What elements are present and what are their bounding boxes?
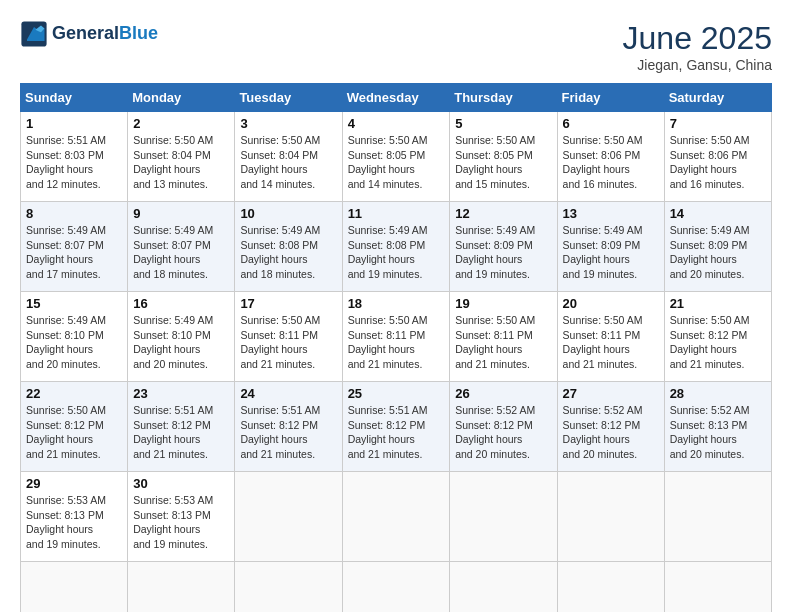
day-info: Sunrise: 5:50 AM Sunset: 8:11 PM Dayligh…	[455, 313, 551, 372]
calendar-day-cell: 14 Sunrise: 5:49 AM Sunset: 8:09 PM Dayl…	[664, 202, 771, 292]
empty-day-cell	[21, 562, 128, 613]
day-number: 7	[670, 116, 766, 131]
calendar-week-row: 8 Sunrise: 5:49 AM Sunset: 8:07 PM Dayli…	[21, 202, 772, 292]
day-info: Sunrise: 5:50 AM Sunset: 8:04 PM Dayligh…	[240, 133, 336, 192]
logo-text: GeneralBlue	[52, 24, 158, 44]
empty-day-cell	[557, 472, 664, 562]
calendar-day-cell: 27 Sunrise: 5:52 AM Sunset: 8:12 PM Dayl…	[557, 382, 664, 472]
empty-day-cell	[664, 562, 771, 613]
day-info: Sunrise: 5:50 AM Sunset: 8:11 PM Dayligh…	[348, 313, 445, 372]
day-info: Sunrise: 5:52 AM Sunset: 8:12 PM Dayligh…	[455, 403, 551, 462]
day-info: Sunrise: 5:50 AM Sunset: 8:05 PM Dayligh…	[455, 133, 551, 192]
calendar-day-cell: 13 Sunrise: 5:49 AM Sunset: 8:09 PM Dayl…	[557, 202, 664, 292]
day-info: Sunrise: 5:50 AM Sunset: 8:06 PM Dayligh…	[563, 133, 659, 192]
weekday-header-thursday: Thursday	[450, 84, 557, 112]
day-number: 9	[133, 206, 229, 221]
empty-day-cell	[128, 562, 235, 613]
weekday-header-saturday: Saturday	[664, 84, 771, 112]
empty-day-cell	[342, 472, 450, 562]
day-number: 24	[240, 386, 336, 401]
weekday-header-tuesday: Tuesday	[235, 84, 342, 112]
day-info: Sunrise: 5:49 AM Sunset: 8:09 PM Dayligh…	[563, 223, 659, 282]
day-info: Sunrise: 5:49 AM Sunset: 8:09 PM Dayligh…	[670, 223, 766, 282]
day-number: 29	[26, 476, 122, 491]
calendar-day-cell: 10 Sunrise: 5:49 AM Sunset: 8:08 PM Dayl…	[235, 202, 342, 292]
day-info: Sunrise: 5:51 AM Sunset: 8:12 PM Dayligh…	[348, 403, 445, 462]
calendar-day-cell: 18 Sunrise: 5:50 AM Sunset: 8:11 PM Dayl…	[342, 292, 450, 382]
day-number: 27	[563, 386, 659, 401]
calendar-day-cell: 7 Sunrise: 5:50 AM Sunset: 8:06 PM Dayli…	[664, 112, 771, 202]
calendar-week-row: 22 Sunrise: 5:50 AM Sunset: 8:12 PM Dayl…	[21, 382, 772, 472]
day-info: Sunrise: 5:49 AM Sunset: 8:08 PM Dayligh…	[240, 223, 336, 282]
day-info: Sunrise: 5:50 AM Sunset: 8:12 PM Dayligh…	[26, 403, 122, 462]
day-info: Sunrise: 5:50 AM Sunset: 8:12 PM Dayligh…	[670, 313, 766, 372]
day-number: 8	[26, 206, 122, 221]
calendar-day-cell: 25 Sunrise: 5:51 AM Sunset: 8:12 PM Dayl…	[342, 382, 450, 472]
day-number: 6	[563, 116, 659, 131]
day-number: 20	[563, 296, 659, 311]
calendar-day-cell: 1 Sunrise: 5:51 AM Sunset: 8:03 PM Dayli…	[21, 112, 128, 202]
day-info: Sunrise: 5:52 AM Sunset: 8:12 PM Dayligh…	[563, 403, 659, 462]
weekday-header-sunday: Sunday	[21, 84, 128, 112]
weekday-header-row: SundayMondayTuesdayWednesdayThursdayFrid…	[21, 84, 772, 112]
calendar-day-cell: 19 Sunrise: 5:50 AM Sunset: 8:11 PM Dayl…	[450, 292, 557, 382]
logo-icon	[20, 20, 48, 48]
calendar-week-row: 29 Sunrise: 5:53 AM Sunset: 8:13 PM Dayl…	[21, 472, 772, 562]
day-info: Sunrise: 5:49 AM Sunset: 8:10 PM Dayligh…	[133, 313, 229, 372]
day-number: 3	[240, 116, 336, 131]
calendar-day-cell: 23 Sunrise: 5:51 AM Sunset: 8:12 PM Dayl…	[128, 382, 235, 472]
calendar-day-cell: 24 Sunrise: 5:51 AM Sunset: 8:12 PM Dayl…	[235, 382, 342, 472]
calendar-day-cell: 5 Sunrise: 5:50 AM Sunset: 8:05 PM Dayli…	[450, 112, 557, 202]
weekday-header-friday: Friday	[557, 84, 664, 112]
calendar-day-cell: 16 Sunrise: 5:49 AM Sunset: 8:10 PM Dayl…	[128, 292, 235, 382]
day-number: 18	[348, 296, 445, 311]
calendar-day-cell: 15 Sunrise: 5:49 AM Sunset: 8:10 PM Dayl…	[21, 292, 128, 382]
day-number: 12	[455, 206, 551, 221]
calendar-day-cell: 8 Sunrise: 5:49 AM Sunset: 8:07 PM Dayli…	[21, 202, 128, 292]
day-info: Sunrise: 5:50 AM Sunset: 8:06 PM Dayligh…	[670, 133, 766, 192]
day-info: Sunrise: 5:50 AM Sunset: 8:04 PM Dayligh…	[133, 133, 229, 192]
empty-day-cell	[342, 562, 450, 613]
day-number: 25	[348, 386, 445, 401]
day-number: 14	[670, 206, 766, 221]
calendar-day-cell: 12 Sunrise: 5:49 AM Sunset: 8:09 PM Dayl…	[450, 202, 557, 292]
location-subtitle: Jiegan, Gansu, China	[623, 57, 772, 73]
calendar-day-cell: 28 Sunrise: 5:52 AM Sunset: 8:13 PM Dayl…	[664, 382, 771, 472]
calendar-day-cell: 29 Sunrise: 5:53 AM Sunset: 8:13 PM Dayl…	[21, 472, 128, 562]
day-info: Sunrise: 5:51 AM Sunset: 8:12 PM Dayligh…	[133, 403, 229, 462]
calendar-day-cell: 21 Sunrise: 5:50 AM Sunset: 8:12 PM Dayl…	[664, 292, 771, 382]
day-number: 11	[348, 206, 445, 221]
day-info: Sunrise: 5:49 AM Sunset: 8:08 PM Dayligh…	[348, 223, 445, 282]
calendar-day-cell: 3 Sunrise: 5:50 AM Sunset: 8:04 PM Dayli…	[235, 112, 342, 202]
calendar-day-cell: 20 Sunrise: 5:50 AM Sunset: 8:11 PM Dayl…	[557, 292, 664, 382]
day-info: Sunrise: 5:49 AM Sunset: 8:07 PM Dayligh…	[26, 223, 122, 282]
day-number: 5	[455, 116, 551, 131]
day-info: Sunrise: 5:53 AM Sunset: 8:13 PM Dayligh…	[133, 493, 229, 552]
empty-day-cell	[235, 562, 342, 613]
day-number: 19	[455, 296, 551, 311]
logo: GeneralBlue	[20, 20, 158, 48]
calendar-day-cell: 2 Sunrise: 5:50 AM Sunset: 8:04 PM Dayli…	[128, 112, 235, 202]
day-number: 26	[455, 386, 551, 401]
day-info: Sunrise: 5:52 AM Sunset: 8:13 PM Dayligh…	[670, 403, 766, 462]
day-info: Sunrise: 5:51 AM Sunset: 8:12 PM Dayligh…	[240, 403, 336, 462]
empty-day-cell	[450, 472, 557, 562]
day-number: 21	[670, 296, 766, 311]
empty-day-cell	[557, 562, 664, 613]
day-info: Sunrise: 5:51 AM Sunset: 8:03 PM Dayligh…	[26, 133, 122, 192]
calendar-day-cell: 9 Sunrise: 5:49 AM Sunset: 8:07 PM Dayli…	[128, 202, 235, 292]
calendar-table: SundayMondayTuesdayWednesdayThursdayFrid…	[20, 83, 772, 612]
calendar-day-cell: 30 Sunrise: 5:53 AM Sunset: 8:13 PM Dayl…	[128, 472, 235, 562]
day-number: 15	[26, 296, 122, 311]
calendar-day-cell: 6 Sunrise: 5:50 AM Sunset: 8:06 PM Dayli…	[557, 112, 664, 202]
weekday-header-monday: Monday	[128, 84, 235, 112]
day-number: 13	[563, 206, 659, 221]
calendar-day-cell: 17 Sunrise: 5:50 AM Sunset: 8:11 PM Dayl…	[235, 292, 342, 382]
day-info: Sunrise: 5:53 AM Sunset: 8:13 PM Dayligh…	[26, 493, 122, 552]
calendar-title-area: June 2025 Jiegan, Gansu, China	[623, 20, 772, 73]
calendar-week-row	[21, 562, 772, 613]
day-number: 10	[240, 206, 336, 221]
month-title: June 2025	[623, 20, 772, 57]
day-number: 4	[348, 116, 445, 131]
calendar-day-cell: 22 Sunrise: 5:50 AM Sunset: 8:12 PM Dayl…	[21, 382, 128, 472]
